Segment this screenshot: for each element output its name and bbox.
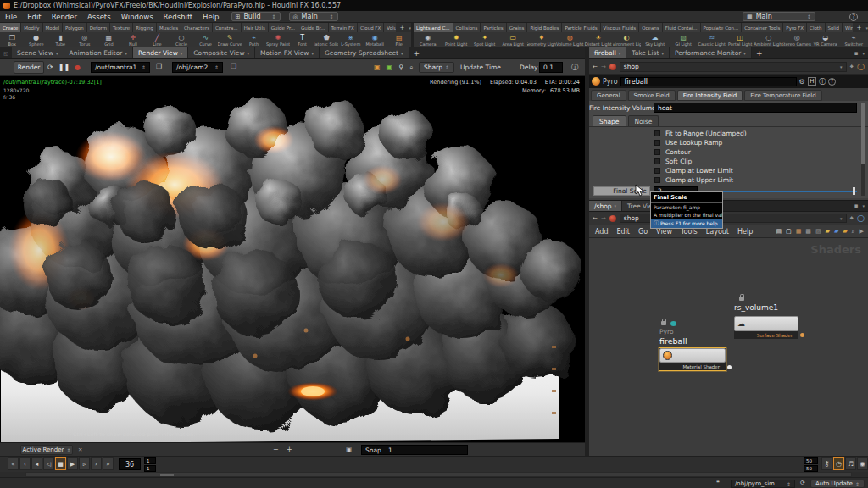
- camera-path-selector[interactable]: /obj/cam2⇕: [172, 62, 223, 73]
- point-light-tool[interactable]: ✹ Point Light: [442, 32, 471, 48]
- re-render-icon[interactable]: ⟳: [47, 64, 53, 71]
- desktop-selector[interactable]: ⊞ Build ⇕: [231, 12, 281, 21]
- inspect-icon[interactable]: ⌕: [409, 64, 413, 72]
- node-name[interactable]: fireball: [659, 336, 687, 346]
- subtab[interactable]: Shape: [593, 115, 626, 126]
- snapshot-name-field[interactable]: Snap 1: [361, 445, 468, 455]
- take-selector[interactable]: ▦ Main ⇕: [743, 12, 815, 21]
- curve-tool[interactable]: ∿ Curve: [193, 32, 218, 48]
- update-mode-selector[interactable]: Auto Update ⇕: [810, 480, 865, 488]
- sim-cache-icon[interactable]: ◉: [857, 458, 868, 470]
- tab-caret-icon[interactable]: ▾: [661, 51, 664, 56]
- shelf-tab[interactable]: Particle Fluids: [562, 23, 600, 32]
- tab-caret-icon[interactable]: ▾: [248, 51, 250, 56]
- shelf-tab[interactable]: Rigging: [133, 23, 157, 32]
- checkbox[interactable]: [654, 177, 660, 183]
- pane-tab[interactable]: Motion FX View▾: [255, 47, 320, 58]
- line-tool[interactable]: ╱ Line: [145, 32, 170, 48]
- maximize-pane-icon[interactable]: ▪: [854, 50, 859, 57]
- menu-item[interactable]: Edit: [22, 13, 46, 21]
- shelf-tab[interactable]: Wires: [843, 23, 853, 32]
- param-scrollbar[interactable]: [861, 103, 865, 196]
- shelf-tab[interactable]: Muscles: [157, 23, 181, 32]
- node-name[interactable]: rs_volume1: [734, 303, 778, 312]
- context-path-selector[interactable]: /obj/pyro_sim ⇕: [731, 480, 795, 488]
- path-dropdown-icon[interactable]: ▾: [840, 216, 843, 221]
- maximize-pane-icon[interactable]: ▪: [854, 202, 859, 209]
- param-tab[interactable]: Fire Temperature Field: [744, 90, 821, 101]
- network-toolbar-icon[interactable]: ▰: [834, 228, 838, 235]
- shelf-tab[interactable]: Fluid Contai...: [663, 23, 701, 32]
- tab-caret-icon[interactable]: ▾: [181, 51, 183, 56]
- spot-light-tool[interactable]: ✦ Spot Light: [470, 32, 499, 48]
- pane-tab[interactable]: Performance Monitor▾: [670, 47, 752, 58]
- menu-item[interactable]: Add: [591, 228, 613, 236]
- checkbox[interactable]: [654, 140, 660, 146]
- color-correction-icon[interactable]: ▣: [387, 64, 393, 71]
- realtime-toggle-icon[interactable]: ◷: [833, 458, 844, 470]
- sky-light-tool[interactable]: ☁ Sky Light: [641, 32, 670, 48]
- shelf-tab[interactable]: Populate Con...: [701, 23, 743, 32]
- shelf-tab[interactable]: Viscous Fluids: [601, 23, 640, 32]
- node-body[interactable]: ☁: [734, 316, 798, 331]
- network-toolbar-icon[interactable]: ▩: [805, 228, 811, 235]
- shelf-tab[interactable]: Grains: [507, 23, 528, 32]
- radial-menu-selector[interactable]: ◎ Main ⇕: [289, 12, 338, 21]
- camera-tool[interactable]: ◉ Camera: [414, 32, 442, 48]
- shelf-tab[interactable]: Collisions: [453, 23, 481, 32]
- shelf-tab[interactable]: Deform: [87, 23, 110, 32]
- stereo-camera-tool[interactable]: ◎ Stereo Camera: [783, 32, 812, 48]
- shelf-tab[interactable]: Texture: [110, 23, 133, 32]
- checkbox[interactable]: [654, 130, 660, 136]
- tab-caret-icon[interactable]: ▾: [619, 51, 621, 56]
- network-toolbar-icon[interactable]: ▰: [826, 228, 830, 235]
- delay-field[interactable]: 0.1: [539, 62, 563, 73]
- vr-camera-tool[interactable]: ◒ VR Camera: [811, 32, 840, 48]
- shelf-tab[interactable]: Guide Br...: [298, 23, 329, 32]
- shelf-tab[interactable]: Rigid Bodies: [527, 23, 562, 32]
- shelf-tab[interactable]: Solid: [826, 23, 843, 32]
- shelf-tab[interactable]: Pyro FX: [783, 23, 807, 32]
- stop-playback-button[interactable]: ■: [55, 458, 66, 470]
- shelf-tab[interactable]: Guide Pr...: [269, 23, 298, 32]
- slider-handle[interactable]: [853, 187, 855, 195]
- next-frame-button[interactable]: ▹: [79, 458, 90, 470]
- add-shelf-tab-button[interactable]: +: [396, 25, 409, 31]
- checkbox[interactable]: [654, 149, 660, 155]
- node-body[interactable]: [659, 348, 726, 363]
- shelf-tab[interactable]: Oceans: [639, 23, 662, 32]
- path-field[interactable]: shop ▾: [620, 62, 847, 72]
- fire-intensity-volume-field[interactable]: heat: [654, 103, 857, 113]
- jump-start-button[interactable]: «: [8, 458, 19, 470]
- gear-icon[interactable]: ⚙: [799, 78, 805, 86]
- circle-tool[interactable]: ○ Circle: [170, 32, 194, 48]
- forward-icon[interactable]: →: [601, 64, 606, 70]
- grid-tool[interactable]: ▦ Grid: [97, 32, 121, 48]
- shelf-tab[interactable]: Constra...: [213, 23, 242, 32]
- playback-start-field[interactable]: 1: [144, 465, 156, 472]
- param-tab[interactable]: General: [591, 90, 626, 101]
- spray-paint-tool[interactable]: ✺ Spray Paint: [266, 32, 291, 48]
- param-tab[interactable]: Fire Intensity Field: [677, 90, 743, 101]
- checkbox[interactable]: [654, 158, 660, 164]
- sphere-tool[interactable]: ● Sphere: [25, 32, 49, 48]
- shelf-tab[interactable]: Characters: [181, 23, 213, 32]
- back-icon[interactable]: ←: [593, 215, 598, 222]
- geometry-light-tool[interactable]: ♦ Geometry Light: [527, 32, 556, 48]
- range-start-field[interactable]: 1: [144, 458, 156, 464]
- filter-mode-selector[interactable]: Sharp⇕: [419, 62, 454, 73]
- shelf-tab[interactable]: Cloud FX: [358, 23, 384, 32]
- tab-caret-icon[interactable]: ▾: [56, 51, 58, 56]
- menu-item[interactable]: File: [0, 13, 22, 21]
- node-name-field[interactable]: fireball: [620, 77, 797, 86]
- pane-tab[interactable]: Take List▾: [626, 47, 670, 58]
- range-end-field[interactable]: 50: [804, 458, 818, 464]
- jump-end-button[interactable]: »: [103, 458, 114, 470]
- shelf-tab[interactable]: Cloth: [807, 23, 825, 32]
- pane-tab[interactable]: Render View▾: [133, 47, 188, 58]
- pane-split-icon[interactable]: ◱: [0, 50, 12, 56]
- switcher-tool[interactable]: ⌁ Switcher: [840, 32, 868, 48]
- tab-caret-icon[interactable]: ▾: [312, 51, 314, 56]
- null-tool[interactable]: ✛ Null: [121, 32, 146, 48]
- network-toolbar-icon[interactable]: ⌕: [852, 228, 855, 235]
